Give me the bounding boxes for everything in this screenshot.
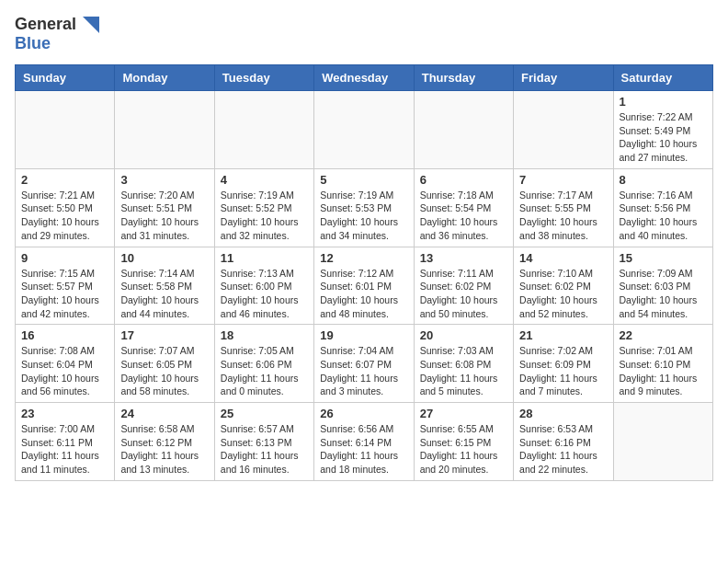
calendar-cell: 27Sunrise: 6:55 AM Sunset: 6:15 PM Dayli…: [414, 403, 513, 481]
calendar-week-row: 9Sunrise: 7:15 AM Sunset: 5:57 PM Daylig…: [16, 247, 713, 325]
day-info: Sunrise: 7:10 AM Sunset: 6:02 PM Dayligh…: [519, 267, 607, 321]
day-number: 27: [420, 407, 507, 420]
day-number: 10: [120, 251, 208, 265]
calendar-cell: 11Sunrise: 7:13 AM Sunset: 6:00 PM Dayli…: [214, 247, 313, 325]
calendar-cell: 15Sunrise: 7:09 AM Sunset: 6:03 PM Dayli…: [613, 247, 712, 325]
calendar-cell: 25Sunrise: 6:57 AM Sunset: 6:13 PM Dayli…: [214, 403, 313, 481]
day-number: 16: [21, 328, 108, 342]
calendar-cell: 14Sunrise: 7:10 AM Sunset: 6:02 PM Dayli…: [514, 247, 613, 325]
calendar-week-row: 23Sunrise: 7:00 AM Sunset: 6:11 PM Dayli…: [16, 403, 713, 481]
col-header-sunday: Sunday: [16, 65, 115, 91]
day-info: Sunrise: 7:14 AM Sunset: 5:58 PM Dayligh…: [120, 267, 208, 321]
calendar-cell: [16, 91, 115, 169]
day-number: 20: [420, 328, 507, 342]
logo-general: General: [15, 15, 76, 34]
day-info: Sunrise: 7:15 AM Sunset: 5:57 PM Dayligh…: [21, 267, 108, 321]
calendar-cell: 1Sunrise: 7:22 AM Sunset: 5:49 PM Daylig…: [613, 91, 712, 169]
day-info: Sunrise: 7:11 AM Sunset: 6:02 PM Dayligh…: [420, 267, 507, 321]
day-info: Sunrise: 7:12 AM Sunset: 6:01 PM Dayligh…: [320, 267, 407, 321]
calendar-cell: [115, 91, 214, 169]
calendar-cell: 24Sunrise: 6:58 AM Sunset: 6:12 PM Dayli…: [115, 403, 214, 481]
col-header-monday: Monday: [115, 65, 214, 91]
page-header: General Blue: [15, 15, 713, 53]
day-info: Sunrise: 6:56 AM Sunset: 6:14 PM Dayligh…: [320, 422, 407, 477]
day-info: Sunrise: 7:21 AM Sunset: 5:50 PM Dayligh…: [21, 189, 108, 243]
day-number: 13: [420, 251, 507, 265]
day-number: 26: [320, 407, 407, 420]
day-info: Sunrise: 7:05 AM Sunset: 6:06 PM Dayligh…: [221, 344, 308, 398]
day-number: 5: [320, 173, 407, 187]
calendar-cell: 10Sunrise: 7:14 AM Sunset: 5:58 PM Dayli…: [115, 247, 214, 325]
calendar-cell: [214, 91, 313, 169]
calendar-cell: 12Sunrise: 7:12 AM Sunset: 6:01 PM Dayli…: [314, 247, 414, 325]
day-info: Sunrise: 7:16 AM Sunset: 5:56 PM Dayligh…: [620, 189, 707, 243]
calendar-cell: 16Sunrise: 7:08 AM Sunset: 6:04 PM Dayli…: [16, 325, 115, 403]
calendar-table: SundayMondayTuesdayWednesdayThursdayFrid…: [15, 64, 713, 481]
calendar-week-row: 1Sunrise: 7:22 AM Sunset: 5:49 PM Daylig…: [16, 91, 713, 169]
calendar-cell: 26Sunrise: 6:56 AM Sunset: 6:14 PM Dayli…: [314, 403, 414, 481]
day-info: Sunrise: 7:17 AM Sunset: 5:55 PM Dayligh…: [519, 189, 607, 243]
col-header-saturday: Saturday: [613, 65, 712, 91]
calendar-cell: 13Sunrise: 7:11 AM Sunset: 6:02 PM Dayli…: [414, 247, 513, 325]
calendar-cell: 23Sunrise: 7:00 AM Sunset: 6:11 PM Dayli…: [16, 403, 115, 481]
day-info: Sunrise: 7:18 AM Sunset: 5:54 PM Dayligh…: [420, 189, 507, 243]
calendar-cell: 20Sunrise: 7:03 AM Sunset: 6:08 PM Dayli…: [414, 325, 513, 403]
day-number: 14: [519, 251, 607, 265]
calendar-cell: [314, 91, 414, 169]
calendar-header-row: SundayMondayTuesdayWednesdayThursdayFrid…: [16, 65, 713, 91]
day-info: Sunrise: 7:07 AM Sunset: 6:05 PM Dayligh…: [120, 344, 208, 398]
calendar-cell: 22Sunrise: 7:01 AM Sunset: 6:10 PM Dayli…: [613, 325, 712, 403]
calendar-cell: 9Sunrise: 7:15 AM Sunset: 5:57 PM Daylig…: [16, 247, 115, 325]
day-number: 18: [221, 328, 308, 342]
day-number: 6: [420, 173, 507, 187]
day-number: 2: [21, 173, 108, 187]
col-header-wednesday: Wednesday: [314, 65, 414, 91]
day-number: 9: [21, 251, 108, 265]
day-info: Sunrise: 7:13 AM Sunset: 6:00 PM Dayligh…: [221, 267, 308, 321]
day-number: 19: [320, 328, 407, 342]
calendar-cell: 19Sunrise: 7:04 AM Sunset: 6:07 PM Dayli…: [314, 325, 414, 403]
day-number: 17: [120, 328, 208, 342]
day-number: 12: [320, 251, 407, 265]
calendar-cell: 8Sunrise: 7:16 AM Sunset: 5:56 PM Daylig…: [613, 168, 712, 247]
calendar-cell: 2Sunrise: 7:21 AM Sunset: 5:50 PM Daylig…: [16, 168, 115, 247]
day-number: 7: [519, 173, 607, 187]
day-info: Sunrise: 7:19 AM Sunset: 5:53 PM Dayligh…: [320, 189, 407, 243]
col-header-friday: Friday: [514, 65, 613, 91]
calendar-cell: 3Sunrise: 7:20 AM Sunset: 5:51 PM Daylig…: [115, 168, 214, 247]
day-number: 15: [620, 251, 707, 265]
calendar-cell: 21Sunrise: 7:02 AM Sunset: 6:09 PM Dayli…: [514, 325, 613, 403]
day-info: Sunrise: 6:55 AM Sunset: 6:15 PM Dayligh…: [420, 422, 507, 477]
day-info: Sunrise: 7:04 AM Sunset: 6:07 PM Dayligh…: [320, 344, 407, 398]
day-info: Sunrise: 7:19 AM Sunset: 5:52 PM Dayligh…: [221, 189, 308, 243]
calendar-week-row: 2Sunrise: 7:21 AM Sunset: 5:50 PM Daylig…: [16, 168, 713, 247]
day-number: 4: [221, 173, 308, 187]
day-info: Sunrise: 6:57 AM Sunset: 6:13 PM Dayligh…: [221, 422, 308, 477]
calendar-cell: [613, 403, 712, 481]
day-number: 25: [221, 407, 308, 420]
calendar-cell: 7Sunrise: 7:17 AM Sunset: 5:55 PM Daylig…: [514, 168, 613, 247]
day-info: Sunrise: 7:03 AM Sunset: 6:08 PM Dayligh…: [420, 344, 507, 398]
day-number: 28: [519, 407, 607, 420]
calendar-cell: 6Sunrise: 7:18 AM Sunset: 5:54 PM Daylig…: [414, 168, 513, 247]
day-info: Sunrise: 6:53 AM Sunset: 6:16 PM Dayligh…: [519, 422, 607, 477]
day-info: Sunrise: 6:58 AM Sunset: 6:12 PM Dayligh…: [120, 422, 208, 477]
calendar-cell: 5Sunrise: 7:19 AM Sunset: 5:53 PM Daylig…: [314, 168, 414, 247]
day-info: Sunrise: 7:01 AM Sunset: 6:10 PM Dayligh…: [620, 344, 707, 398]
day-number: 22: [620, 328, 707, 342]
logo-icon: [77, 17, 99, 33]
day-info: Sunrise: 7:02 AM Sunset: 6:09 PM Dayligh…: [519, 344, 607, 398]
calendar-week-row: 16Sunrise: 7:08 AM Sunset: 6:04 PM Dayli…: [16, 325, 713, 403]
calendar-cell: [514, 91, 613, 169]
day-info: Sunrise: 7:09 AM Sunset: 6:03 PM Dayligh…: [620, 267, 707, 321]
svg-marker-0: [83, 17, 99, 33]
calendar-cell: 28Sunrise: 6:53 AM Sunset: 6:16 PM Dayli…: [514, 403, 613, 481]
day-number: 21: [519, 328, 607, 342]
day-number: 11: [221, 251, 308, 265]
col-header-thursday: Thursday: [414, 65, 513, 91]
day-info: Sunrise: 7:20 AM Sunset: 5:51 PM Dayligh…: [120, 189, 208, 243]
day-info: Sunrise: 7:22 AM Sunset: 5:49 PM Dayligh…: [620, 110, 707, 165]
day-number: 1: [620, 95, 707, 109]
calendar-cell: 17Sunrise: 7:07 AM Sunset: 6:05 PM Dayli…: [115, 325, 214, 403]
day-number: 24: [120, 407, 208, 420]
